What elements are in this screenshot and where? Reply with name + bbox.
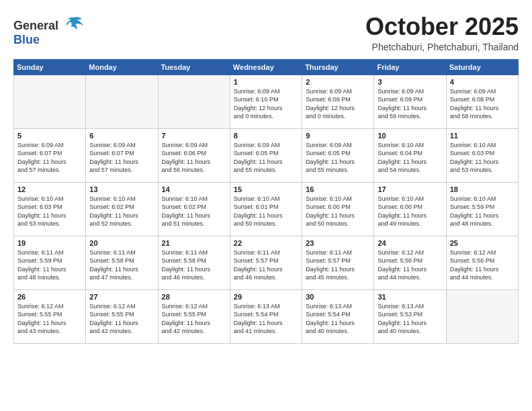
calendar-day: 19Sunrise: 6:11 AM Sunset: 5:59 PM Dayli… — [14, 236, 86, 289]
calendar-week-3: 12Sunrise: 6:10 AM Sunset: 6:03 PM Dayli… — [14, 182, 519, 236]
calendar-week-1: 1Sunrise: 6:09 AM Sunset: 6:10 PM Daylig… — [14, 75, 519, 128]
day-info: Sunrise: 6:12 AM Sunset: 5:56 PM Dayligh… — [378, 248, 442, 282]
day-info: Sunrise: 6:12 AM Sunset: 5:55 PM Dayligh… — [89, 302, 154, 336]
day-number: 24 — [378, 239, 442, 247]
page-container: General Blue October 2025 Phetchaburi, P… — [13, 13, 519, 344]
calendar-day: 14Sunrise: 6:10 AM Sunset: 6:02 PM Dayli… — [158, 182, 230, 236]
day-number: 21 — [162, 239, 226, 247]
title-block: October 2025 Phetchaburi, Phetchaburi, T… — [365, 13, 519, 52]
day-number: 5 — [17, 132, 82, 140]
calendar-day: 2Sunrise: 6:09 AM Sunset: 6:09 PM Daylig… — [302, 75, 374, 128]
day-info: Sunrise: 6:09 AM Sunset: 6:10 PM Dayligh… — [234, 87, 298, 121]
calendar-day: 7Sunrise: 6:09 AM Sunset: 6:06 PM Daylig… — [158, 128, 230, 182]
calendar-table: Sunday Monday Tuesday Wednesday Thursday… — [13, 59, 519, 344]
calendar-day: 10Sunrise: 6:10 AM Sunset: 6:04 PM Dayli… — [374, 128, 446, 182]
calendar-day — [158, 75, 230, 128]
calendar-day: 17Sunrise: 6:10 AM Sunset: 6:00 PM Dayli… — [374, 182, 446, 236]
day-number: 1 — [234, 78, 298, 86]
month-title: October 2025 — [365, 13, 519, 40]
day-number: 6 — [89, 132, 154, 140]
day-number: 17 — [378, 185, 442, 193]
day-number: 23 — [306, 239, 370, 247]
calendar-day: 9Sunrise: 6:09 AM Sunset: 6:05 PM Daylig… — [302, 128, 374, 182]
day-info: Sunrise: 6:10 AM Sunset: 6:00 PM Dayligh… — [378, 195, 442, 228]
calendar-day: 22Sunrise: 6:11 AM Sunset: 5:57 PM Dayli… — [230, 236, 302, 289]
day-info: Sunrise: 6:13 AM Sunset: 5:53 PM Dayligh… — [378, 302, 442, 336]
day-info: Sunrise: 6:09 AM Sunset: 6:05 PM Dayligh… — [306, 141, 370, 175]
day-number: 28 — [162, 293, 226, 301]
day-info: Sunrise: 6:10 AM Sunset: 6:00 PM Dayligh… — [306, 195, 370, 228]
calendar-day: 20Sunrise: 6:11 AM Sunset: 5:58 PM Dayli… — [86, 236, 158, 289]
day-info: Sunrise: 6:10 AM Sunset: 6:03 PM Dayligh… — [450, 141, 515, 175]
day-number: 3 — [378, 78, 442, 86]
calendar-week-4: 19Sunrise: 6:11 AM Sunset: 5:59 PM Dayli… — [14, 236, 519, 289]
day-number: 8 — [234, 132, 298, 140]
day-info: Sunrise: 6:12 AM Sunset: 5:55 PM Dayligh… — [162, 302, 226, 336]
day-info: Sunrise: 6:13 AM Sunset: 5:54 PM Dayligh… — [234, 302, 298, 336]
calendar-day: 23Sunrise: 6:11 AM Sunset: 5:57 PM Dayli… — [302, 236, 374, 289]
calendar-header-row: Sunday Monday Tuesday Wednesday Thursday… — [14, 59, 519, 75]
day-info: Sunrise: 6:10 AM Sunset: 6:02 PM Dayligh… — [162, 195, 226, 228]
day-info: Sunrise: 6:09 AM Sunset: 6:08 PM Dayligh… — [450, 87, 515, 121]
day-info: Sunrise: 6:09 AM Sunset: 6:09 PM Dayligh… — [306, 87, 370, 121]
calendar-day: 8Sunrise: 6:09 AM Sunset: 6:05 PM Daylig… — [230, 128, 302, 182]
calendar-week-5: 26Sunrise: 6:12 AM Sunset: 5:55 PM Dayli… — [14, 289, 519, 343]
day-number: 20 — [89, 239, 154, 247]
day-number: 31 — [378, 293, 442, 301]
calendar-day: 28Sunrise: 6:12 AM Sunset: 5:55 PM Dayli… — [158, 289, 230, 343]
day-number: 22 — [234, 239, 298, 247]
col-saturday: Saturday — [446, 59, 518, 75]
day-number: 4 — [450, 78, 515, 86]
calendar-day: 16Sunrise: 6:10 AM Sunset: 6:00 PM Dayli… — [302, 182, 374, 236]
day-info: Sunrise: 6:12 AM Sunset: 5:56 PM Dayligh… — [450, 248, 515, 282]
day-info: Sunrise: 6:11 AM Sunset: 5:58 PM Dayligh… — [162, 248, 226, 282]
day-number: 27 — [89, 293, 154, 301]
calendar-day: 21Sunrise: 6:11 AM Sunset: 5:58 PM Dayli… — [158, 236, 230, 289]
day-number: 18 — [450, 185, 515, 193]
day-number: 7 — [162, 132, 226, 140]
calendar-day — [446, 289, 518, 343]
day-info: Sunrise: 6:10 AM Sunset: 6:03 PM Dayligh… — [17, 195, 82, 228]
calendar-day — [14, 75, 86, 128]
day-info: Sunrise: 6:10 AM Sunset: 6:01 PM Dayligh… — [234, 195, 298, 228]
logo-blue: Blue — [13, 33, 40, 46]
calendar-day: 26Sunrise: 6:12 AM Sunset: 5:55 PM Dayli… — [14, 289, 86, 343]
calendar-day: 29Sunrise: 6:13 AM Sunset: 5:54 PM Dayli… — [230, 289, 302, 343]
col-friday: Friday — [374, 59, 446, 75]
logo-bird-icon — [63, 16, 85, 30]
col-monday: Monday — [86, 59, 158, 75]
day-number: 19 — [17, 239, 82, 247]
day-number: 26 — [17, 293, 82, 301]
calendar-day: 24Sunrise: 6:12 AM Sunset: 5:56 PM Dayli… — [374, 236, 446, 289]
day-number: 30 — [306, 293, 370, 301]
day-info: Sunrise: 6:09 AM Sunset: 6:06 PM Dayligh… — [162, 141, 226, 175]
calendar-day: 18Sunrise: 6:10 AM Sunset: 5:59 PM Dayli… — [446, 182, 518, 236]
day-info: Sunrise: 6:12 AM Sunset: 5:55 PM Dayligh… — [17, 302, 82, 336]
col-tuesday: Tuesday — [158, 59, 230, 75]
day-info: Sunrise: 6:09 AM Sunset: 6:09 PM Dayligh… — [378, 87, 442, 121]
calendar-day: 6Sunrise: 6:09 AM Sunset: 6:07 PM Daylig… — [86, 128, 158, 182]
calendar-day: 13Sunrise: 6:10 AM Sunset: 6:02 PM Dayli… — [86, 182, 158, 236]
calendar-day — [86, 75, 158, 128]
logo-general: General — [13, 19, 58, 32]
calendar-day: 3Sunrise: 6:09 AM Sunset: 6:09 PM Daylig… — [374, 75, 446, 128]
calendar-day: 4Sunrise: 6:09 AM Sunset: 6:08 PM Daylig… — [446, 75, 518, 128]
day-info: Sunrise: 6:11 AM Sunset: 5:58 PM Dayligh… — [89, 248, 154, 282]
col-sunday: Sunday — [14, 59, 86, 75]
day-info: Sunrise: 6:10 AM Sunset: 5:59 PM Dayligh… — [450, 195, 515, 228]
day-number: 14 — [162, 185, 226, 193]
day-number: 10 — [378, 132, 442, 140]
day-number: 12 — [17, 185, 82, 193]
day-number: 29 — [234, 293, 298, 301]
header: General Blue October 2025 Phetchaburi, P… — [13, 13, 519, 52]
day-number: 15 — [234, 185, 298, 193]
location-subtitle: Phetchaburi, Phetchaburi, Thailand — [365, 42, 519, 52]
calendar-day: 30Sunrise: 6:13 AM Sunset: 5:54 PM Dayli… — [302, 289, 374, 343]
day-number: 16 — [306, 185, 370, 193]
day-number: 13 — [89, 185, 154, 193]
day-info: Sunrise: 6:09 AM Sunset: 6:07 PM Dayligh… — [89, 141, 154, 175]
calendar-week-2: 5Sunrise: 6:09 AM Sunset: 6:07 PM Daylig… — [14, 128, 519, 182]
day-info: Sunrise: 6:13 AM Sunset: 5:54 PM Dayligh… — [306, 302, 370, 336]
day-number: 11 — [450, 132, 515, 140]
calendar-day: 1Sunrise: 6:09 AM Sunset: 6:10 PM Daylig… — [230, 75, 302, 128]
